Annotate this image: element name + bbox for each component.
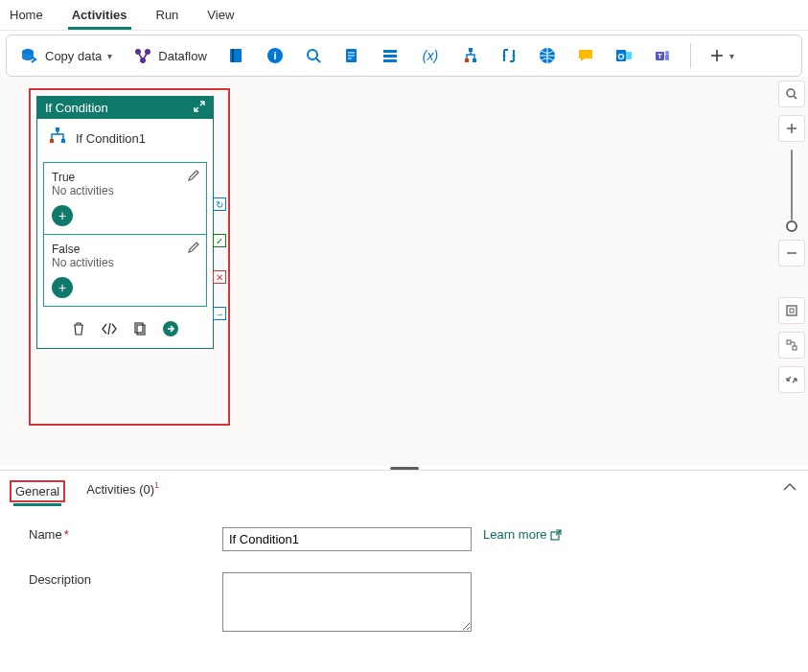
svg-rect-27: [56, 127, 59, 131]
dataflow-icon: [133, 47, 152, 64]
svg-rect-36: [787, 340, 791, 344]
add-true-activity[interactable]: +: [52, 205, 73, 226]
connector-failure[interactable]: ✕: [213, 270, 226, 284]
connector-completion[interactable]: →: [213, 307, 226, 320]
svg-rect-35: [790, 309, 794, 313]
code-icon[interactable]: [101, 322, 118, 338]
info-icon[interactable]: i: [261, 43, 289, 68]
true-branch[interactable]: True No activities +: [43, 162, 207, 234]
canvas-search-icon[interactable]: [778, 81, 805, 107]
outlook-icon[interactable]: O: [610, 43, 638, 68]
description-label: Description: [29, 572, 211, 587]
pencil-icon[interactable]: [187, 241, 200, 257]
svg-point-33: [787, 89, 795, 97]
add-false-activity[interactable]: +: [52, 277, 73, 298]
connector-handles: ↻ ✓ ✕ →: [213, 197, 228, 320]
expand-icon[interactable]: [194, 101, 205, 115]
activities-toolbar: Copy data ▾ Dataflow i (x) O T ▾: [6, 35, 802, 77]
tab-activities-count[interactable]: Activities (0)1: [82, 478, 163, 504]
web-icon[interactable]: [533, 43, 562, 68]
copy-data-button[interactable]: Copy data ▾: [14, 43, 118, 68]
tab-view[interactable]: View: [203, 2, 238, 29]
false-branch[interactable]: False No activities +: [43, 234, 207, 307]
run-icon[interactable]: [162, 320, 179, 340]
chat-icon[interactable]: [571, 43, 600, 68]
card-titlebar: If Condition: [37, 97, 213, 119]
search-icon[interactable]: [299, 43, 328, 68]
connector-skip[interactable]: ↻: [213, 197, 226, 211]
card-footer: [37, 314, 213, 348]
switch-icon[interactable]: [495, 43, 523, 68]
if-condition-small-icon: [47, 127, 68, 151]
tab-home[interactable]: Home: [6, 2, 47, 29]
svg-rect-22: [626, 52, 632, 59]
chevron-down-icon: ▾: [107, 51, 112, 61]
script-icon[interactable]: [337, 43, 366, 68]
canvas[interactable]: If Condition If Condition1 True No activ…: [0, 77, 808, 466]
svg-text:(x): (x): [423, 48, 438, 63]
svg-point-17: [502, 55, 505, 58]
svg-rect-12: [383, 59, 397, 62]
collapse-icon[interactable]: [778, 366, 805, 393]
svg-rect-28: [50, 139, 54, 143]
name-input[interactable]: [222, 527, 472, 551]
svg-rect-16: [473, 58, 476, 62]
svg-point-18: [512, 55, 515, 58]
plus-icon: [710, 49, 724, 62]
description-input[interactable]: [222, 572, 472, 632]
learn-more-link[interactable]: Learn more: [483, 527, 562, 542]
dataflow-button[interactable]: Dataflow: [127, 43, 213, 68]
svg-point-8: [308, 50, 317, 59]
delete-icon[interactable]: [72, 321, 85, 339]
connector-success[interactable]: ✓: [213, 234, 226, 247]
pencil-icon[interactable]: [187, 169, 200, 185]
zoom-slider-thumb[interactable]: [786, 220, 797, 232]
copy-icon[interactable]: [133, 321, 147, 339]
svg-point-3: [140, 58, 146, 63]
svg-rect-37: [793, 346, 796, 350]
card-title-text: If Condition: [45, 101, 108, 115]
svg-rect-26: [665, 55, 669, 60]
if-condition-card[interactable]: If Condition If Condition1 True No activ…: [36, 96, 214, 349]
external-link-icon: [550, 529, 562, 541]
svg-rect-14: [469, 48, 473, 52]
panel-collapse-icon[interactable]: [783, 480, 796, 495]
variable-icon[interactable]: (x): [414, 43, 447, 68]
zoom-in-icon[interactable]: [778, 115, 805, 142]
tab-run[interactable]: Run: [152, 2, 183, 29]
true-empty-text: No activities: [52, 184, 198, 197]
fit-icon[interactable]: [778, 297, 805, 324]
copy-data-icon: [20, 47, 39, 64]
general-form: Name * Learn more Description: [0, 504, 808, 641]
svg-rect-10: [383, 50, 397, 53]
tab-activities[interactable]: Activities: [68, 2, 131, 29]
canvas-tools: [777, 81, 806, 393]
svg-rect-5: [232, 49, 234, 62]
svg-text:i: i: [273, 50, 276, 61]
tab-general[interactable]: General: [10, 480, 65, 502]
zoom-out-icon[interactable]: [778, 240, 805, 266]
name-label: Name *: [29, 527, 211, 542]
copy-data-label: Copy data: [45, 49, 102, 63]
list-icon[interactable]: [376, 43, 404, 68]
svg-point-25: [665, 51, 669, 55]
false-empty-text: No activities: [52, 256, 198, 269]
if-condition-icon[interactable]: [456, 43, 485, 68]
svg-point-1: [135, 49, 141, 55]
top-tabs: Home Activities Run View: [0, 0, 808, 31]
toolbar-separator: [690, 43, 691, 68]
add-activity-button[interactable]: ▾: [704, 45, 740, 66]
zoom-slider[interactable]: [791, 150, 793, 220]
notebook-icon[interactable]: [222, 43, 251, 68]
svg-rect-15: [465, 58, 469, 62]
svg-rect-34: [787, 306, 796, 315]
svg-text:T: T: [658, 52, 662, 60]
svg-rect-4: [230, 49, 242, 62]
true-label: True: [52, 171, 198, 184]
svg-rect-11: [383, 55, 397, 58]
teams-icon[interactable]: T: [648, 43, 677, 68]
chevron-down-icon: ▾: [729, 51, 734, 61]
layout-icon[interactable]: [778, 332, 805, 359]
dataflow-label: Dataflow: [158, 49, 207, 63]
svg-point-2: [145, 49, 150, 55]
